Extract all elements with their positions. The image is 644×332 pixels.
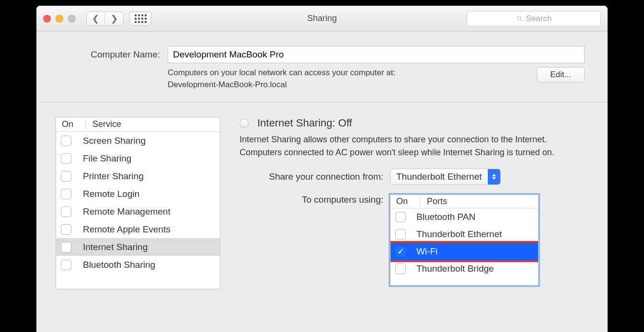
service-checkbox[interactable]: [61, 189, 71, 199]
service-checkbox[interactable]: [61, 136, 71, 146]
service-checkbox[interactable]: [61, 260, 71, 270]
service-label: Remote Apple Events: [71, 224, 171, 235]
port-checkbox[interactable]: [395, 229, 406, 240]
share-from-select[interactable]: Thunderbolt Ethernet: [390, 169, 501, 185]
search-icon: [516, 15, 523, 22]
service-row[interactable]: Printer Sharing: [56, 167, 220, 185]
service-checkbox[interactable]: [61, 224, 71, 235]
grid-icon: [135, 14, 147, 23]
service-checkbox[interactable]: [61, 242, 71, 252]
ports-list[interactable]: On Ports Bluetooth PANThunderbolt Ethern…: [390, 195, 539, 286]
port-row[interactable]: Thunderbolt Ethernet: [391, 226, 538, 243]
service-row[interactable]: Internet Sharing: [56, 238, 220, 256]
close-icon[interactable]: [43, 15, 51, 23]
service-label: Printer Sharing: [71, 171, 144, 182]
edit-button[interactable]: Edit...: [537, 67, 585, 82]
search-input[interactable]: Search: [467, 11, 601, 26]
port-label: Thunderbolt Ethernet: [406, 229, 502, 240]
column-on: On: [61, 119, 86, 129]
port-row[interactable]: Thunderbolt Bridge: [391, 260, 538, 277]
service-label: File Sharing: [71, 153, 131, 164]
service-toggle-radio[interactable]: [240, 119, 249, 128]
service-row[interactable]: Bluetooth Sharing: [56, 256, 220, 274]
nav-back-forward: ❮ ❯: [86, 11, 124, 26]
back-button[interactable]: ❮: [87, 12, 105, 25]
port-label: Wi-Fi: [406, 246, 437, 257]
service-label: Internet Sharing: [71, 242, 148, 252]
sharing-detail-section: On Service Screen SharingFile SharingPri…: [36, 103, 608, 295]
minimize-icon[interactable]: [56, 15, 63, 23]
services-list[interactable]: On Service Screen SharingFile SharingPri…: [56, 117, 220, 289]
service-row[interactable]: Remote Login: [56, 185, 220, 203]
service-label: Bluetooth Sharing: [71, 260, 155, 270]
show-all-button[interactable]: [129, 11, 151, 26]
service-label: Remote Login: [71, 189, 139, 199]
share-from-value: Thunderbolt Ethernet: [396, 172, 482, 182]
port-row[interactable]: Wi-Fi: [391, 243, 538, 260]
port-checkbox[interactable]: [395, 263, 406, 274]
zoom-icon[interactable]: [68, 15, 76, 23]
service-label: Remote Management: [71, 206, 171, 217]
to-computers-label: To computers using:: [240, 195, 383, 205]
search-placeholder: Search: [526, 14, 552, 23]
service-checkbox[interactable]: [61, 171, 71, 182]
port-checkbox[interactable]: [395, 212, 406, 222]
column-service: Service: [86, 119, 121, 129]
service-row[interactable]: File Sharing: [56, 149, 220, 167]
services-header: On Service: [56, 117, 220, 132]
computer-name-label: Computer Name:: [59, 49, 160, 60]
service-row[interactable]: Remote Management: [56, 203, 220, 220]
service-detail: Internet Sharing: Off Internet Sharing a…: [240, 117, 588, 295]
service-label: Screen Sharing: [71, 136, 146, 146]
svg-line-1: [520, 19, 522, 21]
svg-point-0: [517, 16, 521, 20]
window-controls: [43, 15, 76, 23]
column-ports: Ports: [420, 196, 447, 206]
forward-button[interactable]: ❯: [105, 12, 123, 25]
port-checkbox[interactable]: [395, 246, 406, 257]
computer-name-field[interactable]: [168, 46, 585, 63]
detail-description: Internet Sharing allows other computers …: [240, 133, 588, 159]
port-row[interactable]: Bluetooth PAN: [391, 208, 538, 226]
port-label: Thunderbolt Bridge: [406, 263, 494, 274]
share-from-label: Share your connection from:: [240, 172, 383, 182]
ports-header: On Ports: [391, 195, 538, 208]
detail-heading: Internet Sharing: Off: [257, 117, 352, 129]
select-arrows-icon: [488, 169, 500, 184]
sharing-preferences-window: ❮ ❯ Sharing Search Computer Name: Comput…: [36, 6, 608, 332]
service-row[interactable]: Screen Sharing: [56, 132, 220, 149]
service-checkbox[interactable]: [61, 206, 71, 217]
column-on: On: [395, 196, 420, 206]
service-row[interactable]: Remote Apple Events: [56, 220, 220, 238]
service-checkbox[interactable]: [61, 153, 71, 164]
titlebar: ❮ ❯ Sharing Search: [36, 6, 608, 32]
access-description: Computers on your local network can acce…: [168, 67, 529, 91]
computer-name-section: Computer Name: Computers on your local n…: [36, 32, 608, 103]
port-label: Bluetooth PAN: [406, 212, 475, 222]
